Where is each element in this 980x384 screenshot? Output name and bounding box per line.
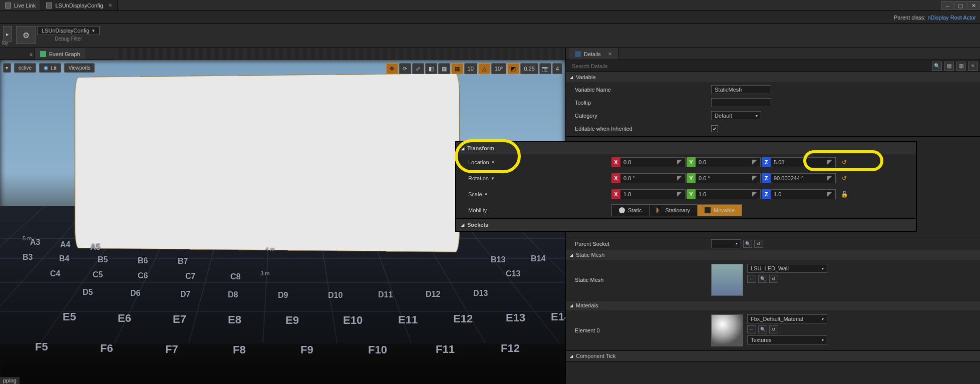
spinner-icon[interactable] [752, 192, 757, 197]
reset-icon[interactable]: ↺ [769, 275, 778, 283]
settings-button[interactable]: ≡ [968, 62, 978, 71]
scale-gizmo-button[interactable]: ⤢ [412, 63, 424, 74]
grid-cell-label: E6 [118, 312, 131, 325]
scale-y-input[interactable]: 1.0 [696, 189, 761, 199]
compile-button[interactable]: ⚙ [16, 26, 36, 44]
static-mesh-asset-dropdown[interactable]: LSU_LED_Wall [747, 264, 827, 273]
window-maximize-button[interactable]: ▢ [954, 1, 966, 10]
mobility-static-button[interactable]: Static [611, 204, 649, 216]
input-value: 0.0 [623, 159, 631, 165]
grid-snap-value[interactable]: 10 [464, 63, 477, 74]
section-transform-header[interactable]: Transform [456, 142, 916, 154]
rotation-z-input[interactable]: 90.000244 ° [771, 173, 836, 183]
search-icon[interactable]: 🔍 [743, 240, 752, 248]
reset-to-default-icon[interactable]: ↺ [840, 158, 849, 167]
grid-snap-toggle[interactable]: ▦ [451, 63, 463, 74]
reset-icon[interactable]: ↺ [769, 325, 778, 333]
mobility-movable-button[interactable]: Movable [698, 204, 742, 216]
viewports-dropdown[interactable]: Viewports [64, 63, 95, 73]
category-label: Category [566, 113, 711, 119]
window-minimize-button[interactable]: – [941, 1, 953, 10]
axis-x-badge: X [611, 173, 620, 183]
debug-object-dropdown[interactable]: LSUnDisplayConfig ▼ [37, 26, 100, 35]
row-label: Mobility [468, 207, 487, 213]
category-dropdown[interactable]: Default [711, 111, 761, 120]
scale-x-input[interactable]: 1.0 [620, 189, 686, 199]
search-details-input[interactable] [568, 61, 930, 71]
spinner-icon[interactable] [827, 192, 832, 197]
view-options-button[interactable]: ▤ [944, 62, 954, 71]
location-label[interactable]: Location ▼ [456, 159, 611, 165]
lit-mode-dropdown[interactable]: ◉Lit [39, 63, 61, 73]
grid-cell-label: B4 [59, 254, 69, 263]
tooltip-field[interactable] [711, 98, 771, 107]
rotation-label[interactable]: Rotation ▼ [456, 175, 611, 181]
browse-icon[interactable]: 🔍 [758, 325, 767, 333]
actor-icon [46, 3, 52, 9]
grid-cell-label: B14 [531, 254, 545, 263]
camera-speed-value[interactable]: 4 [552, 63, 562, 74]
axis-y-badge: Y [687, 157, 696, 167]
section-materials-header[interactable]: Materials [566, 300, 980, 310]
rotation-y-input[interactable]: 0.0 ° [696, 173, 761, 183]
spinner-icon[interactable] [677, 176, 682, 181]
reset-icon[interactable]: ↺ [754, 240, 763, 248]
close-icon[interactable]: ✕ [108, 3, 112, 8]
window-close-button[interactable]: ✕ [967, 1, 979, 10]
rotation-x-input[interactable]: 0.0 ° [620, 173, 686, 183]
reset-to-default-icon[interactable]: ↺ [840, 174, 849, 183]
scale-snap-toggle[interactable]: ◩ [507, 63, 519, 74]
static-mesh-thumbnail[interactable] [711, 264, 743, 296]
scale-z-input[interactable]: 1.0 [771, 189, 836, 199]
spinner-icon[interactable] [827, 176, 832, 181]
grid-cell-label: B6 [138, 256, 148, 265]
variable-name-field[interactable]: StaticMesh [711, 85, 771, 94]
tab-event-graph[interactable]: Event Graph [35, 48, 85, 60]
close-icon[interactable]: ✕ [608, 51, 612, 57]
tab-config[interactable]: LSUnDisplayConfig ✕ [41, 0, 117, 11]
parent-socket-dropdown[interactable] [711, 239, 741, 248]
section-variable-header[interactable]: Variable [566, 72, 980, 82]
tab-details[interactable]: Details ✕ [569, 48, 618, 60]
tab-live-link[interactable]: Live Link [0, 0, 41, 11]
material-thumbnail[interactable] [711, 314, 743, 346]
angle-snap-toggle[interactable]: △ [478, 63, 490, 74]
spinner-icon[interactable] [677, 160, 682, 165]
minimize-icon: – [946, 3, 949, 9]
browse-icon[interactable]: 🔍 [758, 275, 767, 283]
surface-snap-button[interactable]: ▦ [438, 63, 450, 74]
rotate-gizmo-button[interactable]: ⟳ [399, 63, 411, 74]
graph-tabs-lead[interactable]: » [0, 48, 35, 60]
angle-snap-value[interactable]: 10° [491, 63, 507, 74]
coordinate-space-button[interactable]: ◧ [425, 63, 437, 74]
chevron-down-icon: ▼ [491, 160, 495, 165]
spinner-icon[interactable] [677, 192, 682, 197]
filter-button[interactable]: ▥ [956, 62, 966, 71]
section-component-tick-header[interactable]: Component Tick [566, 351, 980, 361]
scale-label[interactable]: Scale ▼ [456, 191, 611, 197]
section-static-mesh-header[interactable]: Static Mesh [566, 250, 980, 260]
use-selected-icon[interactable]: ← [747, 325, 756, 333]
row-label: Scale [468, 191, 482, 197]
translate-gizmo-button[interactable]: ✥ [386, 63, 398, 74]
lock-scale-icon[interactable]: 🔓 [840, 190, 849, 199]
viewport-options-button[interactable]: ▾ [3, 63, 11, 73]
section-sockets-header[interactable]: Sockets [456, 218, 916, 231]
location-x-input[interactable]: 0.0 [620, 157, 686, 167]
spinner-icon[interactable] [827, 160, 832, 165]
material-asset-dropdown[interactable]: Fbx_Default_Material [747, 314, 827, 323]
use-selected-icon[interactable]: ← [747, 275, 756, 283]
scale-snap-value[interactable]: 0.25 [520, 63, 538, 74]
parent-class-link[interactable]: nDisplay Root Actor [927, 15, 976, 21]
camera-speed-button[interactable]: 📷 [539, 63, 551, 74]
editable-when-inherited-checkbox[interactable] [711, 125, 718, 132]
location-z-input[interactable]: 5.08 [771, 157, 836, 167]
mobility-stationary-button[interactable]: Stationary [649, 204, 698, 216]
spinner-icon[interactable] [752, 160, 757, 165]
spinner-icon[interactable] [752, 176, 757, 181]
led-wall-mesh[interactable] [75, 73, 460, 252]
search-icon[interactable]: 🔍 [932, 62, 942, 71]
textures-dropdown[interactable]: Textures [747, 335, 827, 344]
view-mode-dropdown[interactable]: ective [14, 63, 36, 73]
location-y-input[interactable]: 0.0 [696, 157, 761, 167]
